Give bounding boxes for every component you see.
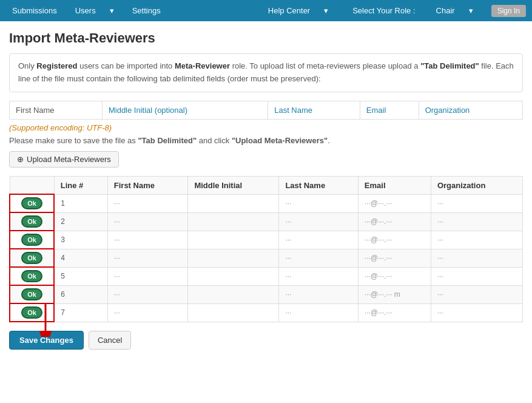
organization-cell: ··· [431,303,522,322]
field-organization: Organization [419,101,522,119]
upload-meta-reviewers-button[interactable]: ⊕ Upload Meta-Reviewers [9,151,119,168]
save-changes-button[interactable]: Save Changes [9,331,84,350]
role-selector: Select Your Role : Chair ▾ [340,6,491,15]
field-headers-table: First Name Middle Initial (optional) Las… [9,101,523,120]
ok-badge: Ok [21,234,42,246]
first-name-cell: ··· [107,231,188,249]
select-role-label: Select Your Role : [346,6,421,15]
table-row: Ok4·········@···.······ [10,249,523,267]
user-button[interactable]: Sign In [491,5,526,17]
info-text: Only Registered users can be imported in… [18,61,514,83]
middle-initial-cell [188,194,279,212]
table-row: Ok5·········@···.······ [10,267,523,285]
line-number: 5 [54,267,107,285]
ok-badge: Ok [21,252,42,264]
email-cell: ···@···.··· [358,212,431,231]
page-content: Import Meta-Reviewers Only Registered us… [0,21,532,359]
field-last-name: Last Name [268,101,360,119]
status-cell: Ok [10,303,54,322]
col-line: Line # [54,176,107,194]
first-name-cell: ··· [107,303,188,322]
status-cell: Ok [10,212,54,231]
organization-cell: ··· [431,231,522,249]
organization-cell: ··· [431,285,522,303]
first-name-cell: ··· [107,267,188,285]
nav-users[interactable]: Users ▾ [63,6,126,15]
first-name-cell: ··· [107,212,188,231]
status-cell: Ok [10,285,54,303]
info-registered: Registered [36,61,77,70]
email-cell: ···@···.··· [358,194,431,212]
organization-cell: ··· [431,194,522,212]
middle-initial-cell [188,303,279,322]
email-cell: ···@···.··· [358,267,431,285]
middle-initial-cell [188,267,279,285]
data-table: Line # First Name Middle Initial Last Na… [9,176,523,323]
col-last-name: Last Name [279,176,358,194]
cancel-button[interactable]: Cancel [89,331,131,350]
organization-cell: ··· [431,249,522,267]
nav-submissions[interactable]: Submissions [6,6,63,15]
field-first-name: First Name [10,101,103,119]
table-row: Ok7·········@···.······ [10,303,523,322]
ok-badge: Ok [21,215,42,228]
col-first-name: First Name [107,176,188,194]
ok-badge: Ok [21,306,42,319]
last-name-cell: ··· [279,194,358,212]
first-name-cell: ··· [107,249,188,267]
last-name-cell: ··· [279,303,358,322]
line-number: 2 [54,212,107,231]
last-name-cell: ··· [279,231,358,249]
nav-settings[interactable]: Settings [126,6,167,15]
col-middle-initial: Middle Initial [188,176,279,194]
col-status [10,176,54,194]
role-dropdown[interactable]: Chair ▾ [424,6,485,15]
field-middle-initial: Middle Initial (optional) [102,101,268,119]
email-cell: ···@···.··· [358,303,431,322]
status-cell: Ok [10,194,54,212]
email-cell: ···@···.··· [358,249,431,267]
page-title: Import Meta-Reviewers [9,30,523,46]
ok-badge: Ok [21,197,42,209]
top-navigation: Submissions Users ▾ Settings Help Center… [0,0,532,21]
middle-initial-cell [188,285,279,303]
role-dropdown-icon: ▾ [463,6,479,15]
last-name-cell: ··· [279,249,358,267]
col-organization: Organization [431,176,522,194]
upload-plus-icon: ⊕ [17,155,24,164]
save-note-upload: "Upload Meta-Reviewers" [232,136,328,145]
last-name-cell: ··· [279,212,358,231]
table-row: Ok3·········@···.······ [10,231,523,249]
first-name-cell: ··· [107,285,188,303]
save-note-tab-delimited: "Tab Delimited" [138,136,197,145]
info-box: Only Registered users can be imported in… [9,53,523,92]
status-cell: Ok [10,267,54,285]
info-meta-reviewer: Meta-Reviewer [175,61,230,70]
ok-badge: Ok [21,270,42,282]
table-row: Ok1·········@···.······ [10,194,523,212]
ok-badge: Ok [21,288,42,300]
last-name-cell: ··· [279,285,358,303]
encoding-note: (Supported encoding: UTF-8) [9,123,523,132]
line-number: 4 [54,249,107,267]
first-name-cell: ··· [107,194,188,212]
organization-cell: ··· [431,267,522,285]
nav-help-center[interactable]: Help Center ▾ [256,6,340,15]
middle-initial-cell [188,212,279,231]
line-number: 3 [54,231,107,249]
status-cell: Ok [10,249,54,267]
line-number: 1 [54,194,107,212]
status-cell: Ok [10,231,54,249]
table-row: Ok2·········@···.······ [10,212,523,231]
field-email: Email [360,101,419,119]
middle-initial-cell [188,231,279,249]
organization-cell: ··· [431,212,522,231]
table-row: Ok6·········@···.··· m··· [10,285,523,303]
line-number: 7 [54,303,107,322]
help-dropdown-icon: ▾ [318,6,334,15]
email-cell: ···@···.··· [358,231,431,249]
email-cell: ···@···.··· m [358,285,431,303]
line-number: 6 [54,285,107,303]
middle-initial-cell [188,249,279,267]
last-name-cell: ··· [279,267,358,285]
